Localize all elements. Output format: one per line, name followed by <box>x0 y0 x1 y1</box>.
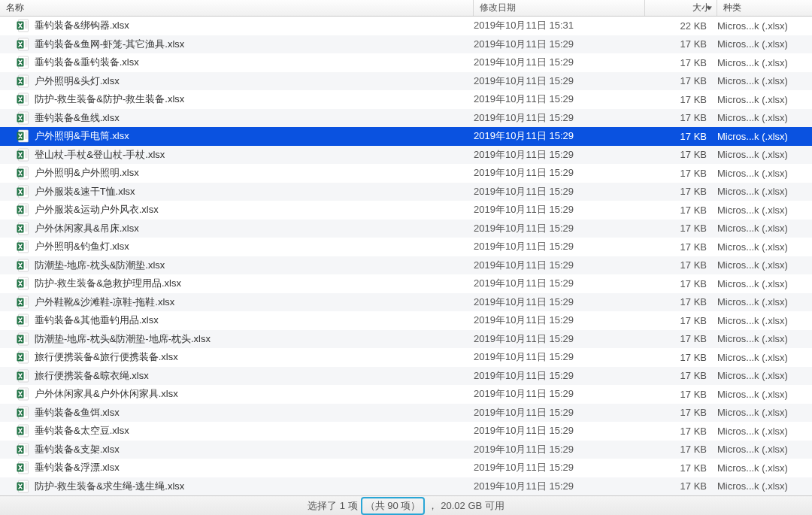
file-row[interactable]: 垂钓装备&垂钓装备.xlsx2019年10月11日 15:2917 KBMicr… <box>0 53 812 72</box>
file-row[interactable]: 户外休闲家具&户外休闲家具.xlsx2019年10月11日 15:2917 KB… <box>0 385 812 404</box>
file-name-label: 垂钓装备&鱼饵.xlsx <box>35 406 120 420</box>
xlsx-file-icon <box>17 443 30 456</box>
file-kind-cell: Micros...k (.xlsx) <box>717 389 812 400</box>
file-kind-cell: Micros...k (.xlsx) <box>717 241 812 253</box>
xlsx-file-icon <box>17 203 30 217</box>
xlsx-file-icon <box>17 350 30 364</box>
file-name-label: 防护-救生装备&求生绳-逃生绳.xlsx <box>35 480 184 493</box>
xlsx-file-icon <box>17 424 30 438</box>
xlsx-file-icon <box>17 332 30 346</box>
file-size-cell: 17 KB <box>645 407 717 418</box>
file-date-cell: 2019年10月11日 15:29 <box>474 222 645 235</box>
file-row[interactable]: 户外照明&头灯.xlsx2019年10月11日 15:2917 KBMicros… <box>0 72 812 91</box>
file-size-cell: 17 KB <box>645 94 717 105</box>
file-name-cell: 户外休闲家具&户外休闲家具.xlsx <box>17 387 474 401</box>
file-name-label: 户外照明&手电筒.xlsx <box>35 129 129 143</box>
column-header-date[interactable]: 修改日期 <box>474 0 645 16</box>
file-name-label: 垂钓装备&支架.xlsx <box>35 443 120 456</box>
file-name-label: 旅行便携装备&晾衣绳.xlsx <box>35 369 149 383</box>
file-kind-cell: Micros...k (.xlsx) <box>717 315 812 326</box>
file-name-cell: 防潮垫-地席-枕头&防潮垫-地席-枕头.xlsx <box>17 332 474 346</box>
file-name-label: 防护-救生装备&急救护理用品.xlsx <box>35 277 181 290</box>
file-date-cell: 2019年10月11日 15:29 <box>474 148 645 162</box>
xlsx-file-icon <box>17 38 30 51</box>
file-name-cell: 防护-救生装备&求生绳-逃生绳.xlsx <box>17 480 474 493</box>
file-size-cell: 17 KB <box>645 112 717 123</box>
file-row[interactable]: 垂钓装备&太空豆.xlsx2019年10月11日 15:2917 KBMicro… <box>0 422 812 441</box>
file-row[interactable]: 垂钓装备&鱼网-虾笼-其它渔具.xlsx2019年10月11日 15:2917 … <box>0 35 812 54</box>
file-size-cell: 17 KB <box>645 223 717 234</box>
file-size-cell: 17 KB <box>645 241 717 253</box>
xlsx-file-icon <box>17 166 30 180</box>
file-row[interactable]: 户外服装&运动户外风衣.xlsx2019年10月11日 15:2917 KBMi… <box>0 201 812 220</box>
file-kind-cell: Micros...k (.xlsx) <box>717 407 812 418</box>
file-size-cell: 17 KB <box>645 278 717 289</box>
file-list[interactable]: 垂钓装备&绑钩器.xlsx2019年10月11日 15:3122 KBMicro… <box>0 17 812 495</box>
file-size-cell: 17 KB <box>645 480 717 492</box>
file-row[interactable]: 户外鞋靴&沙滩鞋-凉鞋-拖鞋.xlsx2019年10月11日 15:2917 K… <box>0 293 812 312</box>
file-row[interactable]: 垂钓装备&支架.xlsx2019年10月11日 15:2917 KBMicros… <box>0 441 812 459</box>
column-header-size[interactable]: 大小 <box>645 0 717 16</box>
file-name-label: 防护-救生装备&防护-救生装备.xlsx <box>35 92 184 106</box>
file-row[interactable]: 垂钓装备&鱼线.xlsx2019年10月11日 15:2917 KBMicros… <box>0 109 812 128</box>
xlsx-file-icon <box>17 461 30 474</box>
xlsx-file-icon <box>17 129 30 143</box>
file-date-cell: 2019年10月11日 15:29 <box>474 424 645 438</box>
file-row[interactable]: 防潮垫-地席-枕头&防潮垫-地席-枕头.xlsx2019年10月11日 15:2… <box>0 330 812 349</box>
file-row[interactable]: 垂钓装备&鱼饵.xlsx2019年10月11日 15:2917 KBMicros… <box>0 404 812 423</box>
file-row[interactable]: 登山杖-手杖&登山杖-手杖.xlsx2019年10月11日 15:2917 KB… <box>0 146 812 165</box>
file-date-cell: 2019年10月11日 15:29 <box>474 350 645 364</box>
file-date-cell: 2019年10月11日 15:29 <box>474 38 645 51</box>
file-size-cell: 17 KB <box>645 444 717 455</box>
file-name-label: 登山杖-手杖&登山杖-手杖.xlsx <box>35 148 165 162</box>
file-size-cell: 17 KB <box>645 57 717 68</box>
file-name-label: 户外照明&钓鱼灯.xlsx <box>35 240 129 253</box>
file-size-cell: 17 KB <box>645 370 717 381</box>
file-row[interactable]: 户外照明&户外照明.xlsx2019年10月11日 15:2917 KBMicr… <box>0 164 812 183</box>
column-header-kind[interactable]: 种类 <box>717 0 812 16</box>
xlsx-file-icon <box>17 277 30 290</box>
file-row[interactable]: 户外照明&手电筒.xlsx2019年10月11日 15:2917 KBMicro… <box>0 127 812 146</box>
xlsx-file-icon <box>17 406 30 420</box>
file-row[interactable]: 户外照明&钓鱼灯.xlsx2019年10月11日 15:2917 KBMicro… <box>0 238 812 256</box>
file-kind-cell: Micros...k (.xlsx) <box>717 131 812 142</box>
file-row[interactable]: 防护-救生装备&防护-救生装备.xlsx2019年10月11日 15:2917 … <box>0 90 812 109</box>
file-name-label: 旅行便携装备&旅行便携装备.xlsx <box>35 350 178 364</box>
status-total-highlight: （共 90 项） <box>361 497 426 515</box>
file-size-cell: 17 KB <box>645 462 717 474</box>
file-row[interactable]: 垂钓装备&浮漂.xlsx2019年10月11日 15:2917 KBMicros… <box>0 459 812 477</box>
file-name-cell: 旅行便携装备&旅行便携装备.xlsx <box>17 350 474 364</box>
file-date-cell: 2019年10月11日 15:29 <box>474 406 645 420</box>
xlsx-file-icon <box>17 56 30 69</box>
file-row[interactable]: 旅行便携装备&旅行便携装备.xlsx2019年10月11日 15:2917 KB… <box>0 348 812 367</box>
finder-window: 名称 修改日期 大小 种类 垂钓装备&绑钩器.xlsx2019年10月11日 1… <box>0 0 812 515</box>
file-row[interactable]: 垂钓装备&其他垂钓用品.xlsx2019年10月11日 15:2917 KBMi… <box>0 311 812 330</box>
file-row[interactable]: 户外休闲家具&吊床.xlsx2019年10月11日 15:2917 KBMicr… <box>0 220 812 238</box>
file-row[interactable]: 防护-救生装备&急救护理用品.xlsx2019年10月11日 15:2917 K… <box>0 274 812 293</box>
file-date-cell: 2019年10月11日 15:29 <box>474 277 645 290</box>
file-row[interactable]: 垂钓装备&绑钩器.xlsx2019年10月11日 15:3122 KBMicro… <box>0 17 812 35</box>
xlsx-file-icon <box>17 148 30 162</box>
file-size-cell: 17 KB <box>645 389 717 400</box>
file-size-cell: 17 KB <box>645 426 717 437</box>
file-row[interactable]: 旅行便携装备&晾衣绳.xlsx2019年10月11日 15:2917 KBMic… <box>0 367 812 386</box>
file-name-cell: 登山杖-手杖&登山杖-手杖.xlsx <box>17 148 474 162</box>
file-name-label: 户外休闲家具&户外休闲家具.xlsx <box>35 387 178 401</box>
header-date-label: 修改日期 <box>480 2 516 14</box>
column-header-name[interactable]: 名称 <box>0 0 474 16</box>
file-kind-cell: Micros...k (.xlsx) <box>717 426 812 437</box>
file-size-cell: 17 KB <box>645 204 717 216</box>
file-name-cell: 户外照明&户外照明.xlsx <box>17 166 474 180</box>
file-name-cell: 垂钓装备&鱼线.xlsx <box>17 111 474 125</box>
file-name-label: 户外鞋靴&沙滩鞋-凉鞋-拖鞋.xlsx <box>35 295 174 309</box>
file-name-cell: 户外照明&头灯.xlsx <box>17 74 474 88</box>
file-row[interactable]: 防护-救生装备&求生绳-逃生绳.xlsx2019年10月11日 15:2917 … <box>0 477 812 496</box>
file-row[interactable]: 防潮垫-地席-枕头&防潮垫.xlsx2019年10月11日 15:2917 KB… <box>0 256 812 275</box>
file-row[interactable]: 户外服装&速干T恤.xlsx2019年10月11日 15:2917 KBMicr… <box>0 183 812 201</box>
file-size-cell: 17 KB <box>645 168 717 179</box>
file-date-cell: 2019年10月11日 15:29 <box>474 74 645 88</box>
status-sep: ， <box>428 499 438 513</box>
file-kind-cell: Micros...k (.xlsx) <box>717 278 812 289</box>
xlsx-file-icon <box>17 185 30 198</box>
file-kind-cell: Micros...k (.xlsx) <box>717 480 812 492</box>
